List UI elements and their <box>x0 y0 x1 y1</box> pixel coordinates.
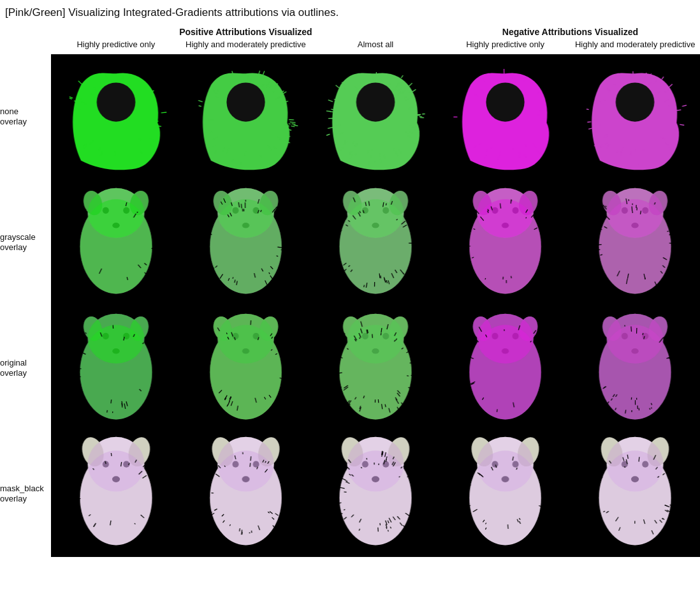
img-mask-0 <box>51 431 181 557</box>
col-label-4: Highly and moderately predictive <box>570 38 700 54</box>
img-mask-3 <box>441 431 571 557</box>
negative-attributions-header: Negative Attributions Visualized <box>441 24 700 38</box>
img-mask-1 <box>181 431 311 557</box>
img-original-4 <box>570 306 700 431</box>
img-grayscale-1 <box>181 180 311 306</box>
positive-attributions-header: Positive Attributions Visualized <box>51 24 441 38</box>
col-label-spacer <box>0 38 51 54</box>
img-none-3 <box>441 54 571 180</box>
col-label-3: Highly predictive only <box>441 38 571 54</box>
img-original-2 <box>310 306 441 431</box>
row-label-mask: mask_black overlay <box>0 431 51 557</box>
img-none-0 <box>51 54 181 180</box>
row-label-none: none overlay <box>0 54 51 180</box>
row-label-original: original overlay <box>0 306 51 431</box>
img-grayscale-4 <box>570 180 700 306</box>
img-grayscale-0 <box>51 180 181 306</box>
col-label-1: Highly and moderately predictive <box>181 38 311 54</box>
img-original-3 <box>441 306 571 431</box>
row-label-grayscale: grayscale overlay <box>0 180 51 306</box>
img-mask-2 <box>310 431 441 557</box>
img-grayscale-2 <box>310 180 441 306</box>
empty-header <box>0 24 51 38</box>
img-original-0 <box>51 306 181 431</box>
img-none-2 <box>310 54 441 180</box>
col-label-0: Highly predictive only <box>51 38 181 54</box>
img-original-1 <box>181 306 311 431</box>
img-none-4 <box>570 54 700 180</box>
img-none-1 <box>181 54 311 180</box>
main-grid: Positive Attributions Visualized Negativ… <box>0 24 700 557</box>
page-title: [Pink/Green] Visualizing Integrated-Grad… <box>0 0 700 24</box>
img-mask-4 <box>570 431 700 557</box>
img-grayscale-3 <box>441 180 571 306</box>
col-label-2: Almost all <box>310 38 441 54</box>
